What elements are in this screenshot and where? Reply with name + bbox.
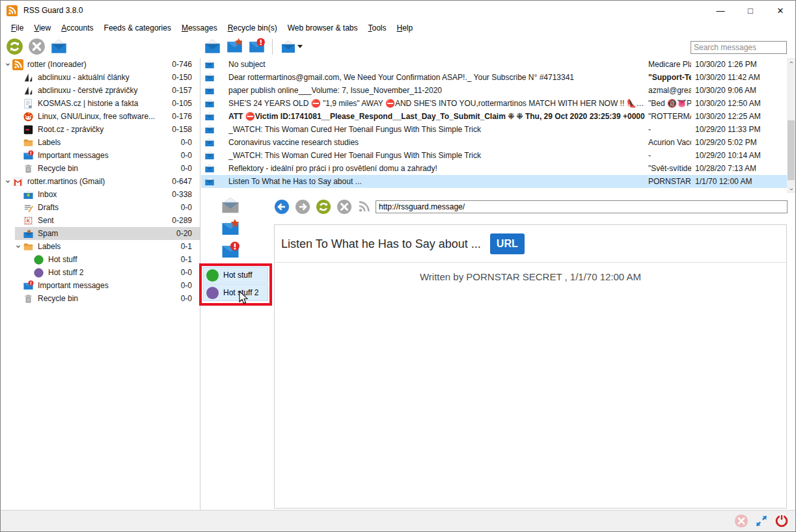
feed-row-inbox[interactable]: Inbox0-338 — [1, 188, 200, 201]
feed-row-linux-gnu-linux-free-software[interactable]: Linux, GNU/Linux, free software...0-176 — [1, 110, 200, 123]
message-row[interactable]: SHE'S 24 YEARS OLD ⛔ "1,9 miles" AWAY ⛔A… — [201, 97, 795, 110]
menubar: FileViewAccountsFeeds & categoriesMessag… — [1, 20, 795, 35]
tree-expander-icon[interactable] — [14, 243, 23, 250]
message-row[interactable]: Reflektory - ideální pro práci i pro osv… — [201, 162, 795, 175]
feed-label: abclinuxu - aktuální články — [38, 73, 168, 82]
message-date: 10/30/20 9:06 AM — [691, 86, 786, 95]
toggle-unread-button[interactable] — [221, 243, 240, 259]
feed-row-recycle-bin[interactable]: Recycle bin0-0 — [1, 162, 200, 175]
label-button-hot-stuff-2[interactable]: Hot stuff 2 — [203, 284, 268, 301]
scroll-up-button[interactable] — [787, 58, 795, 66]
feed-unread-count: 0-1 — [177, 255, 200, 264]
feed-row-hot-stuff-2[interactable]: Hot stuff 20-0 — [1, 266, 200, 279]
menu-tools[interactable]: Tools — [363, 21, 392, 34]
quit-button[interactable] — [775, 514, 789, 528]
url-input[interactable] — [376, 200, 788, 213]
folder-icon — [23, 241, 34, 252]
close-button[interactable]: ✕ — [765, 1, 795, 20]
message-date: 1/1/70 12:00 AM — [691, 177, 786, 186]
article-view: Listen To What he Has to Say about ... U… — [274, 224, 787, 509]
feed-row-drafts[interactable]: Drafts0-0 — [1, 201, 200, 214]
menu-file[interactable]: File — [6, 21, 29, 34]
feed-row-labels[interactable]: Labels0-0 — [1, 136, 200, 149]
open-url-button[interactable]: URL — [490, 233, 525, 254]
mark-unread-button[interactable] — [248, 38, 266, 55]
menu-messages[interactable]: Messages — [176, 21, 223, 34]
menu-web-browser-tabs[interactable]: Web browser & tabs — [282, 21, 363, 34]
feed-label: Root.cz - zprávičky — [38, 125, 168, 134]
feed-row-labels[interactable]: Labels0-1 — [1, 240, 200, 253]
message-list-scrollbar[interactable] — [787, 58, 795, 193]
feed-row-important-messages[interactable]: Important messages0-0 — [1, 279, 200, 292]
message-sender: Acurion Vaccine S... — [648, 138, 691, 147]
feed-row-sent[interactable]: KSent0-289 — [1, 214, 200, 227]
search-input[interactable] — [691, 41, 787, 54]
menu-accounts[interactable]: Accounts — [56, 21, 98, 34]
arrow-forward-icon — [295, 199, 310, 215]
label-button-hot-stuff[interactable]: Hot stuff — [203, 267, 268, 284]
mark-message-read-button[interactable] — [204, 38, 221, 55]
stop-refresh-button[interactable] — [28, 38, 46, 55]
label-color-dot-icon — [206, 269, 219, 282]
refresh-feeds-button[interactable] — [6, 38, 23, 55]
feed-row-rotter-inoreader[interactable]: rotter (Inoreader)0-746 — [1, 58, 200, 71]
stop-loading-button[interactable] — [336, 199, 352, 215]
menu-recycle-bin-s[interactable]: Recycle bin(s) — [223, 21, 282, 34]
forward-button[interactable] — [295, 199, 310, 215]
feed-row-root-cz-zpr-vi-ky[interactable]: Root.cz - zprávičky0-158 — [1, 123, 200, 136]
root-icon — [23, 124, 34, 135]
feed-row-kosmas-cz-historie-a-fakta[interactable]: KOSMAS.cz | historie a fakta0-105 — [1, 97, 200, 110]
tree-expander-icon[interactable] — [3, 178, 12, 185]
trash-icon — [23, 163, 34, 174]
abclinuxu-icon — [23, 85, 34, 96]
sent-icon: K — [23, 215, 34, 226]
message-date: 10/30/20 1:26 PM — [691, 60, 786, 69]
back-button[interactable] — [274, 199, 290, 215]
statusbar — [1, 510, 795, 531]
feed-unread-count: 0-289 — [168, 216, 200, 225]
feed-row-hot-stuff[interactable]: Hot stuff0-1 — [1, 253, 200, 266]
message-row[interactable]: paper publish online___Volume: 7, Issue_… — [201, 84, 795, 97]
maximize-button[interactable]: □ — [735, 1, 765, 20]
toggle-read-button[interactable] — [221, 197, 240, 214]
reddit-icon — [23, 111, 34, 122]
message-row[interactable]: Dear rottermartinos@gmail.com, We Need Y… — [201, 71, 795, 84]
message-row[interactable]: _WATCH: This Woman Cured Her Toenail Fun… — [201, 123, 795, 136]
mark-read-dropdown-button[interactable] — [279, 38, 304, 55]
power-icon — [775, 514, 789, 528]
mark-important-button[interactable] — [226, 38, 243, 55]
toggle-important-button[interactable] — [221, 220, 240, 237]
message-row[interactable]: _WATCH: This Woman Cured Her Toenail Fun… — [201, 149, 795, 162]
feed-row-important-messages[interactable]: Important messages0-0 — [1, 149, 200, 162]
feed-label: Hot stuff — [48, 255, 177, 264]
mark-feeds-read-button[interactable] — [50, 38, 68, 55]
message-subject: Reflektory - ideální pro práci i pro osv… — [228, 164, 648, 173]
fullscreen-button[interactable] — [754, 514, 769, 528]
menu-view[interactable]: View — [29, 21, 56, 34]
tree-expander-icon[interactable] — [3, 61, 12, 68]
message-sender: "Bed 🔞👅Partne... — [648, 99, 691, 108]
scroll-down-button[interactable] — [787, 185, 795, 193]
message-sender: Medicare Plan <e... — [648, 60, 691, 69]
dot-green-icon — [33, 254, 44, 265]
message-row[interactable]: No subjectMedicare Plan <e...10/30/20 1:… — [201, 58, 795, 71]
feed-row-abclinuxu-aktu-ln-l-nky[interactable]: abclinuxu - aktuální články0-150 — [1, 71, 200, 84]
message-vertical-toolbar — [221, 197, 240, 259]
feed-row-spam[interactable]: Spam0-20 — [1, 227, 200, 240]
message-row[interactable]: ATT ⛔Victim ID:1741081__Please_Respond__… — [201, 110, 795, 123]
mail-open-icon — [204, 38, 221, 55]
feed-label: KOSMAS.cz | historie a fakta — [38, 99, 168, 108]
message-row[interactable]: Listen To What he Has to Say about ...PO… — [201, 175, 795, 188]
message-sender: PORNSTAR SECR... — [648, 177, 691, 186]
reload-button[interactable] — [316, 199, 331, 215]
feed-row-abclinuxu-erstv-zpr-vi-ky[interactable]: abclinuxu - čerstvé zprávičky0-157 — [1, 84, 200, 97]
feed-row-recycle-bin[interactable]: Recycle bin0-0 — [1, 292, 200, 305]
scrollbar-thumb[interactable] — [788, 120, 795, 180]
minimize-button[interactable]: — — [706, 1, 735, 20]
mail-open-gray-icon — [221, 196, 240, 215]
message-row[interactable]: Coronavirus vaccine research studiesAcur… — [201, 136, 795, 149]
menu-feeds-categories[interactable]: Feeds & categories — [99, 21, 176, 34]
feed-unread-count: 0-0 — [177, 294, 200, 303]
menu-help[interactable]: Help — [392, 21, 419, 34]
feed-row-rotter-martinos-gmail[interactable]: rotter.martinos (Gmail)0-647 — [1, 175, 200, 188]
